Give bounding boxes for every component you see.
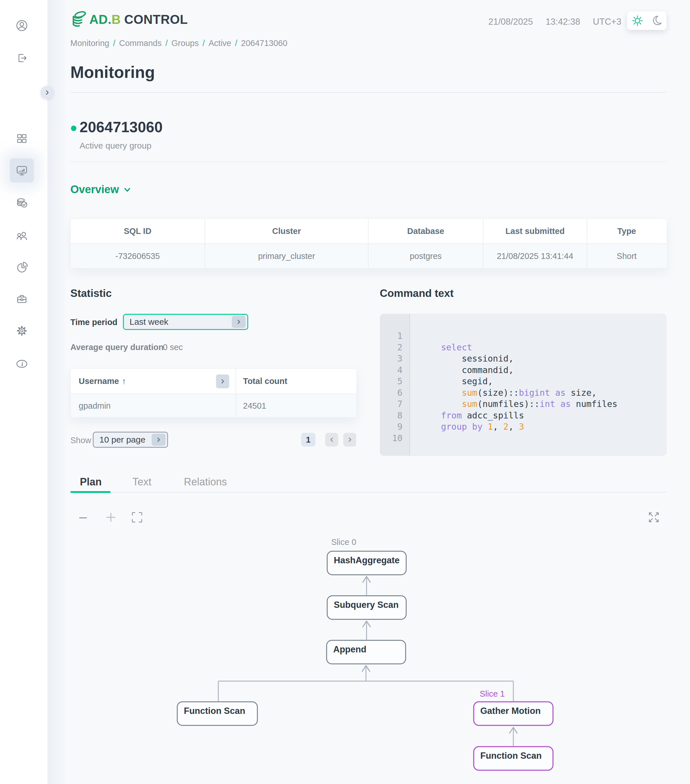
code-line: commandid, (420, 364, 666, 376)
tabs-bottom-border (71, 492, 667, 492)
pagination-prev-button[interactable] (325, 433, 338, 446)
tab-relations[interactable]: Relations (184, 476, 227, 488)
breadcrumb-commands[interactable]: Commands (119, 38, 161, 48)
overview-table-header: SQL ID Cluster Database Last submitted T… (71, 219, 667, 244)
active-status-dot (71, 125, 76, 131)
code-line-number: 2 (380, 342, 409, 353)
header-clock: 21/08/2025 13:42:38 UTC+3 (488, 16, 621, 27)
plan-node-hashaggregate[interactable]: HashAggregate (327, 551, 406, 575)
username-header-label: Username (79, 377, 119, 386)
sidebar-item-reports[interactable] (15, 261, 28, 273)
username-expand-button[interactable] (216, 374, 229, 388)
code-gutter: 12345678910 (380, 314, 410, 456)
overview-section-toggle[interactable]: Overview (71, 183, 131, 196)
column-header-total-count: Total count (236, 369, 356, 394)
logout-icon[interactable] (15, 52, 28, 64)
svg-text:Gather Motion: Gather Motion (480, 706, 540, 716)
svg-text:Subquery Scan: Subquery Scan (334, 600, 399, 610)
app-root: i AD.BCONTROL 21/08/2025 13:42:38 UTC+3 (0, 0, 690, 784)
breadcrumb-monitoring[interactable]: Monitoring (71, 38, 109, 48)
column-header-cluster: Cluster (205, 219, 368, 244)
section-divider (71, 161, 667, 162)
per-page-select[interactable]: 10 per page (93, 432, 168, 448)
header-date: 21/08/2025 (488, 16, 533, 27)
logo-text-primary: AD. (89, 12, 112, 26)
command-text-title: Command text (380, 287, 453, 300)
sidebar-item-users[interactable] (15, 230, 28, 243)
logo-text-secondary: B (112, 12, 121, 26)
svg-text:Function Scan: Function Scan (184, 706, 245, 716)
column-header-last-submitted: Last submitted (483, 219, 587, 244)
breadcrumb-active[interactable]: Active (209, 38, 231, 48)
cell-last-submitted: 21/08/2025 13:41:44 (483, 244, 587, 268)
sidebar-item-monitoring[interactable] (15, 164, 28, 177)
sort-ascending-icon: ↑ (122, 377, 126, 386)
code-line: sum(size)::bigint as size, (420, 387, 666, 399)
query-plan-diagram: Slice 0 Slice 1 HashAggregate Subquery S… (0, 532, 690, 784)
plan-node-function-scan-right[interactable]: Function Scan (474, 747, 553, 770)
breadcrumb-group-id[interactable]: 2064713060 (241, 38, 287, 48)
sidebar-item-info[interactable]: i (15, 357, 28, 370)
column-header-sql-id: SQL ID (71, 219, 205, 244)
pagination-page-1[interactable]: 1 (301, 433, 315, 446)
plan-node-gather-motion[interactable]: Gather Motion (474, 702, 553, 725)
query-group-subtitle: Active query group (80, 141, 151, 151)
zoom-in-button[interactable] (105, 511, 117, 525)
statistic-title: Statistic (71, 287, 112, 300)
sidebar-item-jobs[interactable] (15, 293, 28, 305)
user-profile-icon[interactable] (15, 19, 28, 32)
dark-theme-moon-icon[interactable] (651, 15, 662, 27)
svg-text:Append: Append (333, 644, 366, 654)
code-line-number: 9 (380, 421, 409, 433)
tab-text[interactable]: Text (132, 476, 151, 488)
zoom-out-button[interactable] (78, 513, 88, 524)
fit-view-button[interactable] (131, 511, 143, 525)
logo-text-rest: CONTROL (124, 12, 188, 26)
svg-text:i: i (21, 361, 23, 367)
breadcrumb-separator: / (235, 38, 237, 48)
cell-type: Short (587, 244, 666, 268)
active-tab-underline (71, 491, 111, 493)
plan-node-function-scan-left[interactable]: Function Scan (177, 702, 257, 725)
fullscreen-button[interactable] (647, 511, 660, 525)
tab-plan[interactable]: Plan (80, 476, 102, 488)
sidebar-item-settings[interactable] (15, 324, 28, 337)
plan-node-subquery-scan[interactable]: Subquery Scan (327, 596, 406, 619)
sidebar-item-queries[interactable] (15, 197, 28, 210)
code-line: sessionid, (420, 353, 666, 364)
expand-arrows-icon (647, 511, 660, 524)
sidebar-item-dashboard[interactable] (15, 132, 28, 145)
code-line: sum(numfiles)::int as numfiles (420, 398, 666, 410)
time-period-select[interactable]: Last week (123, 314, 248, 330)
time-period-chevron-button[interactable] (232, 316, 246, 328)
time-period-label: Time period (71, 318, 117, 327)
breadcrumb-separator: / (113, 38, 115, 48)
minus-icon (78, 513, 88, 523)
code-line: select (420, 342, 666, 353)
database-logo-icon (70, 10, 89, 29)
column-header-username[interactable]: Username ↑ (71, 369, 236, 394)
plus-icon (105, 511, 117, 524)
breadcrumb: Monitoring / Commands / Groups / Active … (71, 38, 287, 48)
code-line: group by 1, 2, 3 (420, 421, 666, 433)
pagination-next-button[interactable] (343, 433, 356, 446)
code-line (420, 330, 666, 342)
cell-database: postgres (368, 244, 483, 268)
breadcrumb-separator: / (166, 38, 168, 48)
show-label: Show (71, 436, 91, 445)
code-line (420, 433, 666, 444)
column-header-type: Type (587, 219, 666, 244)
code-line-number: 4 (380, 364, 409, 376)
light-theme-sun-icon[interactable] (631, 15, 644, 27)
code-line-number: 3 (380, 353, 409, 364)
sidebar-expand-button[interactable] (41, 86, 54, 99)
chevron-right-icon (220, 379, 225, 384)
app-logo[interactable]: AD.BCONTROL (70, 10, 188, 29)
chevron-right-icon (43, 89, 51, 96)
users-table: Username ↑ Total count gpadmin 24501 (71, 369, 357, 418)
breadcrumb-groups[interactable]: Groups (171, 38, 199, 48)
plan-node-append[interactable]: Append (327, 640, 406, 664)
per-page-chevron-button[interactable] (152, 434, 166, 446)
code-line: segid, (420, 376, 666, 387)
avg-duration-value: 0 sec (163, 343, 183, 352)
